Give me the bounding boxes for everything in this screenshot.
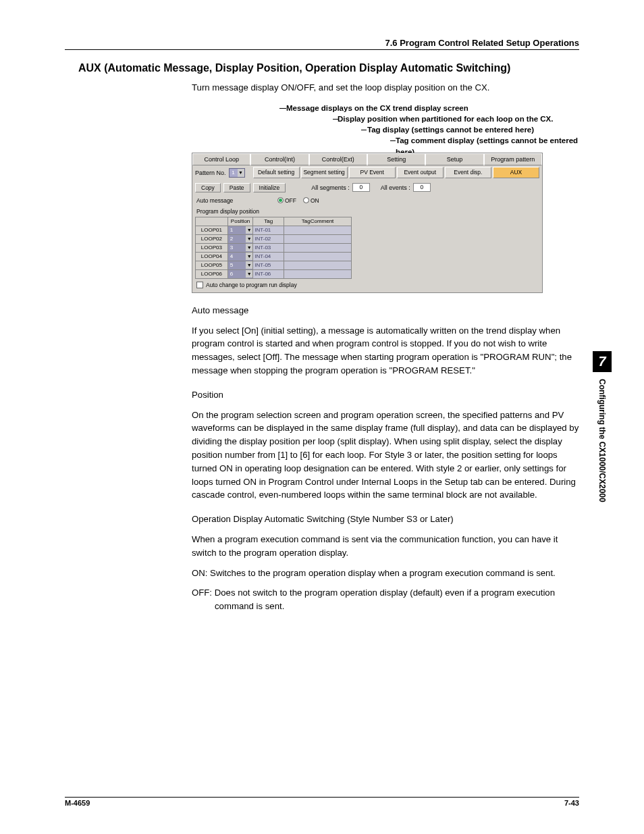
auto-change-checkbox[interactable] bbox=[196, 282, 203, 288]
chevron-down-icon[interactable]: ▼ bbox=[246, 226, 252, 234]
position-text: On the program selection screen and prog… bbox=[192, 409, 579, 502]
table-row: LOOP011▼INT-01 bbox=[196, 226, 352, 234]
chevron-down-icon[interactable]: ▼ bbox=[246, 261, 252, 269]
auto-message-off[interactable]: OFF bbox=[277, 197, 296, 204]
copy-button[interactable]: Copy bbox=[195, 183, 221, 192]
subtab-pvevent[interactable]: PV Event bbox=[349, 167, 396, 178]
opdisp-text: When a program execution command is sent… bbox=[192, 533, 579, 560]
subtab-eventout[interactable]: Event output bbox=[397, 167, 444, 178]
tab-control-loop[interactable]: Control Loop bbox=[192, 153, 250, 165]
loop-table: Position Tag TagComment LOOP011▼INT-01 L… bbox=[195, 217, 352, 279]
tab-setting[interactable]: Setting bbox=[367, 153, 425, 165]
auto-message-on[interactable]: ON bbox=[303, 197, 319, 204]
all-events-value: 0 bbox=[413, 183, 431, 192]
callout-tag: Tag display (settings cannot be entered … bbox=[367, 124, 534, 136]
opdisp-heading: Operation Display Automatic Switching (S… bbox=[192, 513, 579, 526]
chevron-down-icon[interactable]: ▼ bbox=[246, 235, 252, 242]
footer-left: M-4659 bbox=[65, 799, 90, 807]
auto-message-label: Auto message bbox=[196, 197, 277, 204]
auto-message-text: If you select [On] (initial setting), a … bbox=[192, 324, 579, 377]
th-tag: Tag bbox=[253, 217, 284, 226]
chevron-down-icon[interactable]: ▼ bbox=[246, 253, 252, 260]
all-events-label: All events : bbox=[381, 184, 410, 191]
callout-position: Display position when partitioned for ea… bbox=[338, 113, 553, 125]
initialize-button[interactable]: Initialize bbox=[253, 183, 286, 192]
tab-setup[interactable]: Setup bbox=[425, 153, 483, 165]
callout-message: Message displays on the CX trend display… bbox=[286, 103, 468, 114]
table-row: LOOP055▼INT-05 bbox=[196, 261, 352, 269]
table-row: LOOP066▼INT-06 bbox=[196, 269, 352, 278]
subtab-eventdisp[interactable]: Event disp. bbox=[445, 167, 491, 178]
auto-message-heading: Auto message bbox=[192, 304, 579, 317]
opdisp-off: OFF: Does not switch to the program oper… bbox=[215, 586, 579, 613]
tab-control-ext[interactable]: Control(Ext) bbox=[309, 153, 367, 165]
subtab-segment[interactable]: Segment setting bbox=[301, 167, 348, 178]
subtab-default[interactable]: Default setting bbox=[253, 167, 300, 178]
page-title: AUX (Automatic Message, Display Position… bbox=[65, 62, 579, 74]
main-tabs: Control Loop Control(Int) Control(Ext) S… bbox=[192, 153, 542, 165]
th-tagcomment: TagComment bbox=[284, 217, 352, 226]
paste-button[interactable]: Paste bbox=[223, 183, 250, 192]
chapter-number: 7 bbox=[593, 351, 612, 372]
subtab-aux[interactable]: AUX bbox=[493, 167, 539, 178]
tab-program-pattern[interactable]: Program pattern bbox=[484, 153, 542, 165]
table-row: LOOP044▼INT-04 bbox=[196, 252, 352, 261]
program-display-position-label: Program display position bbox=[192, 206, 542, 217]
chapter-label: Configuring the CX1000/CX2000 bbox=[597, 372, 607, 502]
table-row: LOOP022▼INT-02 bbox=[196, 234, 352, 243]
pattern-no-select[interactable]: 1▼ bbox=[229, 168, 245, 178]
table-row: LOOP033▼INT-03 bbox=[196, 243, 352, 252]
app-window: Control Loop Control(Int) Control(Ext) S… bbox=[192, 153, 543, 293]
auto-change-label: Auto change to program run display bbox=[206, 282, 297, 288]
section-header: 7.6 Program Control Related Setup Operat… bbox=[65, 38, 579, 50]
chapter-tab: 7 Configuring the CX1000/CX2000 bbox=[593, 351, 612, 504]
opdisp-on: ON: Switches to the program operation di… bbox=[215, 567, 579, 580]
intro-text: Turn message display ON/OFF, and set the… bbox=[192, 81, 579, 95]
th-position: Position bbox=[227, 217, 252, 226]
footer-right: 7-43 bbox=[564, 799, 579, 807]
all-segments-label: All segments : bbox=[311, 184, 350, 191]
chevron-down-icon[interactable]: ▼ bbox=[246, 244, 252, 251]
tab-control-int[interactable]: Control(Int) bbox=[250, 153, 308, 165]
all-segments-value: 0 bbox=[352, 183, 370, 192]
pattern-no-label: Pattern No. bbox=[195, 170, 226, 176]
chevron-down-icon[interactable]: ▼ bbox=[246, 270, 252, 278]
position-heading: Position bbox=[192, 388, 579, 402]
